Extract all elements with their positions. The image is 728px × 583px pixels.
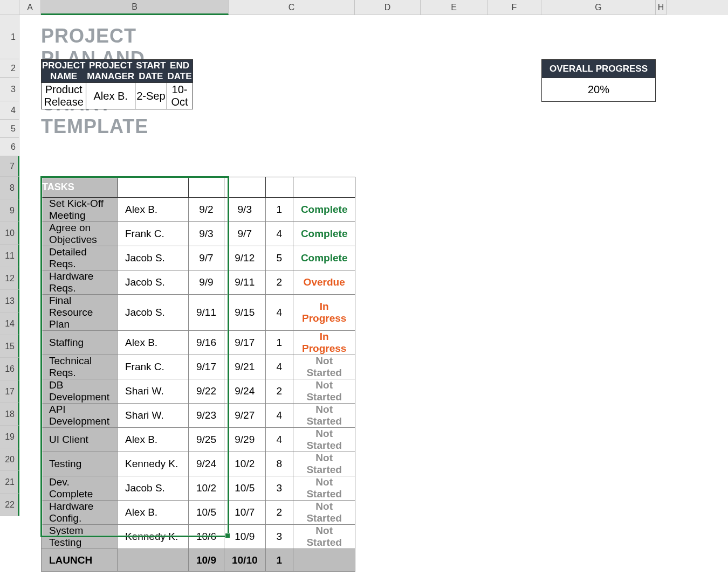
row-header-10[interactable]: 10: [0, 222, 19, 245]
row-header-8[interactable]: 8: [0, 177, 19, 199]
task-cell-days[interactable]: 4: [265, 355, 293, 379]
task-cell-status[interactable]: [293, 549, 355, 572]
task-header-days[interactable]: DAYS: [265, 177, 293, 198]
row-header-13[interactable]: 13: [0, 290, 19, 313]
task-cell-task[interactable]: Dev. Complete: [42, 476, 118, 501]
task-cell-start[interactable]: 9/3: [188, 222, 224, 246]
task-cell-days[interactable]: 4: [265, 404, 293, 428]
task-cell-responsible[interactable]: Alex B.: [117, 198, 188, 222]
task-cell-start[interactable]: 9/23: [188, 404, 224, 428]
task-cell-days[interactable]: 3: [265, 525, 293, 549]
row-header-14[interactable]: 14: [0, 313, 19, 335]
row-header-19[interactable]: 19: [0, 426, 19, 448]
task-cell-days[interactable]: 2: [265, 501, 293, 525]
task-cell-end[interactable]: 10/9: [224, 525, 265, 549]
task-cell-start[interactable]: 10/5: [188, 501, 224, 525]
task-cell-task[interactable]: LAUNCH: [42, 549, 118, 572]
task-cell-end[interactable]: 9/17: [224, 331, 265, 355]
row-header-3[interactable]: 3: [0, 78, 19, 101]
task-cell-task[interactable]: DB Development: [42, 379, 118, 404]
task-cell-task[interactable]: Testing: [42, 452, 118, 476]
task-cell-task[interactable]: Final Resource Plan: [42, 295, 118, 331]
meta-header-project-manager[interactable]: PROJECT MANAGER: [86, 60, 135, 83]
task-cell-days[interactable]: 1: [265, 198, 293, 222]
task-cell-status[interactable]: Complete: [293, 246, 355, 270]
task-cell-status[interactable]: Not Started: [293, 452, 355, 476]
column-header-F[interactable]: F: [487, 0, 541, 15]
row-header-22[interactable]: 22: [0, 494, 19, 516]
task-header-end[interactable]: END: [224, 177, 265, 198]
task-cell-responsible[interactable]: Alex B.: [117, 501, 188, 525]
column-header-C[interactable]: C: [229, 0, 355, 15]
task-cell-end[interactable]: 9/12: [224, 246, 265, 270]
task-cell-task[interactable]: Hardware Config.: [42, 501, 118, 525]
row-header-4[interactable]: 4: [0, 101, 19, 120]
task-cell-responsible[interactable]: Jacob S.: [117, 295, 188, 331]
task-cell-task[interactable]: Detailed Reqs.: [42, 246, 118, 270]
select-all-corner[interactable]: [0, 0, 19, 15]
row-header-9[interactable]: 9: [0, 199, 19, 222]
row-header-12[interactable]: 12: [0, 267, 19, 290]
meta-value-start-date[interactable]: 2-Sep: [135, 83, 167, 109]
task-cell-days[interactable]: 8: [265, 452, 293, 476]
row-header-18[interactable]: 18: [0, 403, 19, 426]
task-cell-days[interactable]: 2: [265, 379, 293, 404]
task-cell-task[interactable]: Staffing: [42, 331, 118, 355]
row-header-17[interactable]: 17: [0, 380, 19, 403]
column-header-E[interactable]: E: [421, 0, 487, 15]
task-cell-task[interactable]: Technical Reqs.: [42, 355, 118, 379]
task-cell-start[interactable]: 9/25: [188, 428, 224, 452]
task-cell-responsible[interactable]: Alex B.: [117, 428, 188, 452]
task-cell-responsible[interactable]: Jacob S.: [117, 270, 188, 295]
task-cell-status[interactable]: Not Started: [293, 501, 355, 525]
row-header-21[interactable]: 21: [0, 471, 19, 494]
task-cell-days[interactable]: 4: [265, 428, 293, 452]
task-cell-task[interactable]: API Development: [42, 404, 118, 428]
row-header-1[interactable]: 1: [0, 15, 19, 59]
task-cell-responsible[interactable]: Shari W.: [117, 404, 188, 428]
task-cell-status[interactable]: Not Started: [293, 404, 355, 428]
task-cell-days[interactable]: 1: [265, 331, 293, 355]
task-cell-status[interactable]: Not Started: [293, 428, 355, 452]
task-cell-end[interactable]: 9/7: [224, 222, 265, 246]
task-cell-end[interactable]: 9/29: [224, 428, 265, 452]
task-cell-responsible[interactable]: [117, 549, 188, 572]
task-cell-days[interactable]: 4: [265, 222, 293, 246]
task-cell-start[interactable]: 9/22: [188, 379, 224, 404]
task-cell-status[interactable]: Not Started: [293, 476, 355, 501]
column-header-D[interactable]: D: [355, 0, 421, 15]
task-cell-status[interactable]: Not Started: [293, 355, 355, 379]
task-cell-responsible[interactable]: Jacob S.: [117, 246, 188, 270]
row-header-15[interactable]: 15: [0, 335, 19, 358]
task-cell-start[interactable]: 9/24: [188, 452, 224, 476]
meta-value-end-date[interactable]: 10-Oct: [167, 83, 193, 109]
column-header-G[interactable]: G: [541, 0, 656, 15]
task-cell-responsible[interactable]: Kennedy K.: [117, 525, 188, 549]
progress-header[interactable]: OVERALL PROGRESS: [542, 60, 656, 78]
task-cell-task[interactable]: Hardware Reqs.: [42, 270, 118, 295]
task-cell-end[interactable]: 10/10: [224, 549, 265, 572]
task-cell-end[interactable]: 10/2: [224, 452, 265, 476]
meta-value-project-manager[interactable]: Alex B.: [86, 83, 135, 109]
task-cell-status[interactable]: Complete: [293, 222, 355, 246]
row-header-16[interactable]: 16: [0, 358, 19, 380]
task-cell-start[interactable]: 10/6: [188, 525, 224, 549]
task-cell-start[interactable]: 9/2: [188, 198, 224, 222]
column-header-B[interactable]: B: [41, 0, 229, 15]
row-header-5[interactable]: 5: [0, 120, 19, 138]
task-cell-days[interactable]: 3: [265, 476, 293, 501]
task-cell-start[interactable]: 10/2: [188, 476, 224, 501]
task-cell-responsible[interactable]: Alex B.: [117, 331, 188, 355]
task-cell-status[interactable]: In Progress: [293, 295, 355, 331]
meta-header-start-date[interactable]: START DATE: [135, 60, 167, 83]
row-header-20[interactable]: 20: [0, 448, 19, 471]
task-cell-responsible[interactable]: Shari W.: [117, 379, 188, 404]
task-cell-responsible[interactable]: Kennedy K.: [117, 452, 188, 476]
task-cell-task[interactable]: UI Client: [42, 428, 118, 452]
task-cell-responsible[interactable]: Jacob S.: [117, 476, 188, 501]
task-cell-days[interactable]: 4: [265, 295, 293, 331]
row-header-7[interactable]: 7: [0, 156, 19, 177]
meta-value-project-name[interactable]: Product Release: [42, 83, 86, 109]
task-cell-end[interactable]: 9/3: [224, 198, 265, 222]
task-cell-end[interactable]: 9/11: [224, 270, 265, 295]
